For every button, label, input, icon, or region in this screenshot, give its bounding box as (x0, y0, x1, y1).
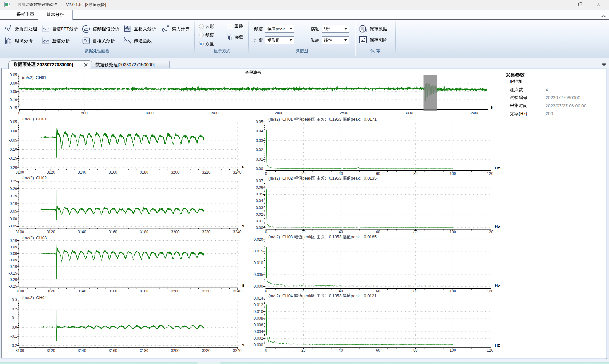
document-tab-active[interactable]: [20230727080000] (8, 60, 90, 69)
svg-text:3220: 3220 (202, 230, 211, 234)
svg-text:3240: 3240 (233, 289, 242, 293)
ribbon-button-label (134, 38, 152, 43)
chevron-up-icon[interactable] (601, 13, 606, 17)
svg-text:-0.15: -0.15 (9, 106, 17, 110)
group-label-spectrum (289, 48, 314, 54)
radio-dot (199, 42, 204, 46)
radio-waveform[interactable] (199, 24, 214, 29)
ribbon-button-time-domain[interactable] (4, 36, 33, 46)
combo-window-type[interactable] (265, 36, 294, 44)
ribbon-button-cross-correlation[interactable] (123, 24, 156, 34)
minimize-button[interactable] (554, 0, 569, 10)
svg-text:0.008: 0.008 (253, 316, 263, 321)
svg-text:-0.10: -0.10 (9, 98, 17, 102)
ribbon-tab-sampling[interactable] (13, 10, 38, 19)
svg-text:0.015: 0.015 (253, 249, 263, 253)
svg-text:80: 80 (413, 348, 418, 353)
svg-text:3140: 3140 (78, 230, 86, 234)
ribbon-button-cable-force[interactable] (161, 24, 190, 34)
param-row-label: IP (510, 78, 541, 86)
document-tab-inactive[interactable]: [20230727150000] (91, 61, 170, 68)
ribbon-button-label (93, 38, 115, 43)
svg-text:peak: peak (351, 293, 360, 298)
svg-text:20: 20 (301, 289, 306, 293)
svg-text:3180: 3180 (140, 289, 148, 293)
combo-label-y-axis-scale (311, 36, 319, 44)
svg-text:500: 500 (81, 111, 88, 115)
ribbon-button-wave-preprocess[interactable] (4, 24, 37, 34)
svg-text:(m/s2) CH01: (m/s2) CH01 (22, 75, 46, 80)
svg-text:120: 120 (487, 230, 493, 234)
save-image-icon (359, 36, 367, 44)
ribbon-tab-analysis[interactable] (38, 10, 73, 20)
app-window: V2.0.1.5 - [8] FFT 1 5 peak (0, 0, 609, 364)
svg-text:peak: peak (302, 234, 311, 239)
combo-value (322, 27, 344, 31)
svg-text:3120: 3120 (47, 170, 55, 175)
combo-value (322, 38, 344, 43)
param-row-label (510, 102, 541, 110)
param-row-value: 200 (546, 110, 604, 118)
svg-text:Hz: Hz (495, 343, 500, 348)
combo-y-axis-scale[interactable] (322, 36, 349, 44)
svg-text:3120: 3120 (47, 230, 55, 234)
svg-text:-0.20: -0.20 (9, 278, 17, 282)
filter-button[interactable] (226, 33, 243, 41)
ribbon-button-label: FFT (52, 26, 78, 31)
svg-text:3100: 3100 (16, 348, 24, 353)
svg-text:s: s (490, 105, 493, 110)
svg-text:-0.05: -0.05 (9, 89, 17, 94)
combo-value (265, 38, 290, 43)
svg-text:1000: 1000 (145, 111, 154, 115)
svg-text:0.02: 0.02 (256, 212, 263, 217)
svg-text:80: 80 (413, 289, 418, 293)
tab-list-icon[interactable] (602, 62, 606, 66)
combo-spectrum-type[interactable]: peak (265, 25, 294, 33)
svg-text:120: 120 (487, 171, 493, 176)
svg-text:60: 60 (376, 348, 380, 353)
combo-x-axis-scale[interactable] (322, 25, 349, 33)
ribbon-button-auto-correlation[interactable] (82, 36, 115, 46)
svg-text:0.1: 0.1 (12, 316, 17, 320)
taskbar-pill (197, 362, 221, 364)
radio-dot (199, 24, 204, 29)
restore-icon (578, 2, 582, 8)
combo-value: peak (265, 27, 290, 31)
ribbon-button-cross-spectrum[interactable] (41, 36, 70, 46)
svg-text:3240: 3240 (233, 348, 242, 353)
svg-text:0.06: 0.06 (256, 185, 263, 190)
svg-text:2500: 2500 (340, 111, 348, 115)
divider (395, 21, 396, 56)
ribbon-button-label (93, 26, 119, 31)
ribbon-button-fft[interactable]: FFT (41, 24, 78, 34)
overlay-checkbox[interactable] (227, 24, 243, 29)
chevron-down-icon (344, 39, 347, 41)
svg-text:3200: 3200 (171, 289, 180, 293)
svg-text:0.002: 0.002 (253, 336, 263, 341)
svg-text:0.01: 0.01 (256, 157, 263, 162)
cross-spectrum-icon (41, 37, 50, 45)
close-icon (596, 2, 601, 8)
close-tab-icon[interactable] (84, 62, 88, 67)
ribbon-button-label (15, 38, 33, 43)
charts-canvas[interactable]: 0.050.00-0.05-0.10-0.1505001000150020002… (2, 69, 502, 358)
window-bottom-strip (0, 359, 609, 362)
close-button[interactable] (591, 0, 606, 10)
svg-text:3180: 3180 (140, 230, 148, 234)
octave-spectrum-icon (82, 25, 90, 33)
ribbon-button-label (370, 26, 387, 31)
radio-dual[interactable] (199, 41, 214, 46)
ribbon-button-save-data[interactable] (359, 24, 387, 34)
ribbon-button-save-image[interactable] (359, 35, 387, 45)
ribbon-button-transfer-function[interactable]: 1 5 (123, 36, 152, 46)
svg-text:3100: 3100 (16, 230, 24, 234)
radio-spectrum[interactable] (199, 33, 214, 38)
svg-text:3200: 3200 (171, 170, 180, 175)
svg-text:(m/s2) CH02: (m/s2) CH02 (22, 176, 47, 180)
divider (542, 78, 542, 118)
svg-text:0.0171: 0.0171 (364, 117, 377, 122)
restore-button[interactable] (573, 0, 587, 10)
ribbon-button-octave-spectrum[interactable] (82, 24, 119, 34)
ribbon-tab-strip (0, 10, 609, 20)
param-row-label (510, 94, 541, 102)
